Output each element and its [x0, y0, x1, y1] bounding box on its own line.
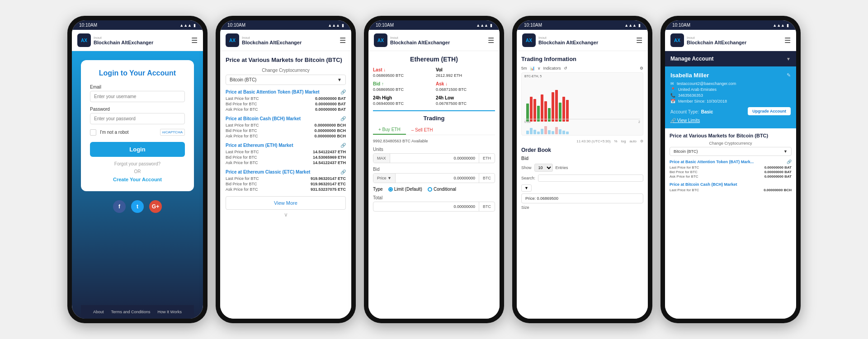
view-limits-link[interactable]: 🔗 View Limits	[670, 118, 791, 123]
manage-content: Manage Account ▼ Isabella Miller ✎ ✉ tes…	[665, 51, 796, 319]
market-row-etc-2: Bid Price for BTC 919.96320147 ETC	[226, 182, 346, 186]
status-icons-5: ▲▲▲ ▮	[773, 23, 789, 28]
stat-24h-low: 24h Low 0.06787500 BTC	[436, 95, 495, 106]
logo-icon-5: AX	[670, 33, 684, 47]
footer-terms[interactable]: Terms and Conditions	[111, 310, 151, 314]
manage-account-header[interactable]: Manage Account ▼	[665, 51, 796, 66]
email-input[interactable]	[90, 91, 185, 102]
tab-sell-eth[interactable]: – Sell ETH	[406, 125, 439, 135]
trading-tabs: + Buy ETH – Sell ETH	[373, 125, 495, 135]
hamburger-menu-1[interactable]: ☰	[191, 36, 198, 45]
manage-chevron-icon: ▼	[783, 149, 788, 154]
type-limit[interactable]: Limit (Default)	[388, 187, 422, 192]
app-logo-3: AX Inout Blockchain AltExchanger	[374, 33, 450, 47]
status-time-3: 10:10AM	[376, 23, 394, 28]
price-val: 0.06869500	[537, 196, 559, 201]
tab-buy-eth[interactable]: + Buy ETH	[373, 125, 406, 135]
view-more-button[interactable]: View More	[226, 196, 346, 210]
search-input[interactable]	[538, 174, 643, 182]
phone-login: 10:10AM ▲▲▲ ▮ AX Inout Blockchain AltExc…	[67, 16, 208, 323]
hamburger-menu-4[interactable]: ☰	[636, 36, 642, 45]
chart-settings-icon[interactable]: ⚙	[640, 66, 643, 71]
login-button[interactable]: Login	[90, 142, 185, 157]
manage-row-bat-1: Last Price for BTC 0.00000000 BAT	[670, 165, 792, 170]
trading-divider	[373, 110, 495, 111]
entries-select[interactable]: 10 25 50	[534, 164, 553, 172]
max-tag[interactable]: MAX	[373, 154, 390, 163]
manage-market-title: Price at Various Markets for Bitcoin (BT…	[670, 133, 792, 138]
chart-pct[interactable]: %	[614, 139, 618, 143]
type-conditional[interactable]: Conditional	[428, 187, 456, 192]
crypto-dropdown-2[interactable]: Bitcoin (BTC) ▼	[226, 75, 346, 85]
timeframe-5m[interactable]: 5m	[521, 66, 527, 71]
user-phone-row: 📞 34635636353	[670, 93, 791, 98]
market-link-icon-eth[interactable]: 🔗	[340, 143, 346, 148]
password-input[interactable]	[90, 113, 185, 124]
app-sub-4: Inout	[538, 36, 598, 40]
create-account-link[interactable]: Create Your Account	[90, 177, 185, 182]
manage-section-bch: Price at Bitcoin Cash (BCH) Market Last …	[670, 182, 792, 192]
chart-auto[interactable]: auto	[629, 139, 637, 143]
link-icon: 🔗	[670, 118, 676, 123]
account-type-val: Basic	[701, 109, 713, 114]
chart-log[interactable]: log	[621, 139, 626, 143]
user-name-row: Isabella Miller ✎	[670, 72, 791, 79]
hamburger-menu-5[interactable]: ☰	[784, 36, 791, 45]
price-dropdown[interactable]: Price ▼	[373, 174, 396, 183]
stat-last: Last ↓ 0.06869500 BTC	[373, 67, 432, 78]
phone-market: 10:10AM ▲▲▲ ▮ AX Inout Blockchain AltExc…	[216, 16, 356, 323]
hamburger-menu-3[interactable]: ☰	[488, 36, 494, 45]
facebook-icon[interactable]: f	[113, 200, 126, 213]
trading-info-content: Trading Information 5m 📊 ∨ Indicators ↺ …	[517, 51, 648, 319]
manage-crypto-dropdown[interactable]: Bitcoin (BTC) ▼	[670, 147, 792, 156]
manage-link-icon-bat[interactable]: 🔗	[787, 160, 792, 164]
user-member-row: 📅 Member Since: 10/30/2018	[670, 99, 791, 104]
market-row-bat-1: Last Price for BTC 0.00000000 BAT	[226, 96, 346, 101]
indicators-label[interactable]: Indicators	[543, 66, 561, 71]
market-section-bat: Price at Basic Attention Token (BAT) Mar…	[226, 89, 346, 112]
market-row-bch-2: Bid Price for BTC 0.00000000 BCH	[226, 128, 346, 133]
google-plus-icon[interactable]: G+	[149, 200, 162, 213]
candle-3	[533, 99, 536, 122]
chart-refresh-icon[interactable]: ↺	[564, 66, 567, 71]
app-sub-3: Inout	[390, 36, 450, 40]
hamburger-menu-2[interactable]: ☰	[340, 36, 346, 45]
stat-24h-low-label: 24h Low	[436, 95, 495, 100]
chart-settings2[interactable]: ⚙	[640, 139, 643, 143]
vol-10	[559, 129, 561, 134]
twitter-icon[interactable]: t	[131, 200, 144, 213]
battery-icon-3: ▮	[490, 23, 492, 28]
chart-volume	[526, 123, 638, 134]
calendar-icon: 📅	[670, 99, 675, 104]
chart-tool-icon[interactable]: 📊	[530, 66, 535, 71]
forgot-link[interactable]: Forgot your password?	[90, 161, 185, 166]
dropdown-filter[interactable]: ▼	[521, 184, 532, 192]
units-field: MAX 0.00000000 ETH	[373, 153, 495, 163]
bid-unit: BTC	[479, 174, 495, 183]
stat-vol-label: Vol	[436, 67, 495, 72]
edit-profile-icon[interactable]: ✎	[787, 72, 791, 78]
footer-about[interactable]: About	[93, 310, 104, 314]
app-title-block-2: Inout Blockchain AltExchanger	[242, 36, 302, 45]
captcha-checkbox[interactable]	[90, 129, 96, 136]
market-link-icon-bat[interactable]: 🔗	[340, 89, 346, 94]
app-name-1: Blockchain AltExchanger	[94, 40, 153, 45]
chart-label-top: BTC-ETH, 5	[524, 75, 542, 78]
available-balance: 9992.83480563 BTC Available	[373, 139, 495, 143]
status-bar-5: 10:10AM ▲▲▲ ▮	[665, 20, 796, 30]
market-section-eth-title: Price at Ethereum (ETH) Market 🔗	[226, 143, 346, 148]
market-link-icon-etc[interactable]: 🔗	[340, 170, 346, 174]
manage-change-label: Change Cryptocurrency	[670, 141, 792, 146]
app-logo-1: AX Inout Blockchain AltExchanger	[77, 33, 153, 47]
chart-down-icon[interactable]: ∨	[538, 66, 541, 71]
account-type-block: Account Type: Basic	[670, 107, 713, 115]
login-title: Login to Your Account	[90, 69, 185, 77]
radio-limit	[388, 187, 393, 192]
footer-links: About Terms and Conditions How It Works	[81, 305, 194, 319]
vol-4	[537, 132, 540, 134]
footer-how[interactable]: How It Works	[158, 310, 182, 314]
upgrade-account-button[interactable]: Upgrade Account	[748, 107, 791, 115]
market-link-icon-bch[interactable]: 🔗	[340, 116, 346, 121]
candle-8	[552, 92, 554, 122]
bid-field: Price ▼ 0.00000000 BTC	[373, 173, 495, 183]
